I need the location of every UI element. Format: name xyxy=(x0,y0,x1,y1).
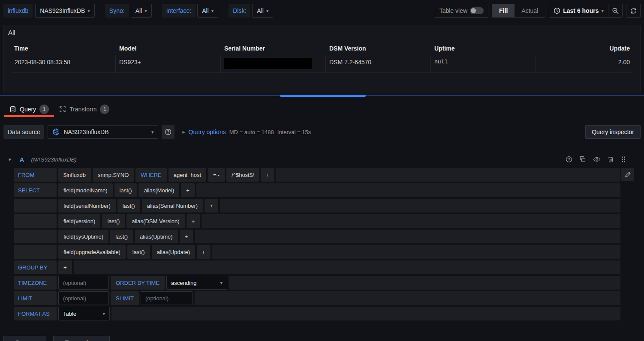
add-condition-button[interactable]: + xyxy=(261,168,275,182)
time-range-picker[interactable]: Last 6 hours ▾ xyxy=(549,4,608,18)
zoom-out-button[interactable] xyxy=(608,4,623,18)
tab-query-label: Query xyxy=(20,106,36,113)
add-part-button[interactable]: + xyxy=(180,230,193,243)
limit-input[interactable] xyxy=(58,291,109,305)
column-header-dsm-version[interactable]: DSM Version xyxy=(326,42,431,55)
query-header: ▾ A (NAS923InfluxDB) xyxy=(3,153,641,166)
panel-title: All xyxy=(4,25,640,36)
actual-option[interactable]: Actual xyxy=(515,4,545,17)
add-part-button[interactable]: + xyxy=(205,199,218,212)
aggregation-segment[interactable]: last() xyxy=(114,183,137,197)
field-segment[interactable]: field(version) xyxy=(58,214,100,228)
select-spacer xyxy=(14,245,57,259)
select-row: field(sysUptime) last() alias(Uptime) + xyxy=(14,230,620,243)
variable-interface: Interface: All ▾ xyxy=(162,4,218,18)
query-help-icon[interactable] xyxy=(566,156,572,163)
add-part-button[interactable]: + xyxy=(187,214,200,228)
tab-transform[interactable]: Transform 1 xyxy=(54,99,114,119)
alias-segment[interactable]: alias(DSM Version) xyxy=(126,214,184,228)
alias-segment[interactable]: alias(Update) xyxy=(152,245,195,259)
timezone-keyword[interactable]: TIMEZONE xyxy=(14,276,57,290)
group-by-keyword[interactable]: GROUP BY xyxy=(14,260,57,274)
order-by-time-keyword[interactable]: ORDER BY TIME xyxy=(111,276,165,290)
select-row: field(serialNumber) last() alias(Serial … xyxy=(14,199,620,212)
add-part-button[interactable]: + xyxy=(197,245,211,259)
aggregation-segment[interactable]: last() xyxy=(110,230,133,243)
field-segment[interactable]: field(sysUptime) xyxy=(58,230,108,243)
format-as-select[interactable]: Table ▾ xyxy=(58,307,110,320)
retention-policy-segment[interactable]: $influxdb xyxy=(58,168,91,182)
clock-icon xyxy=(554,7,560,14)
where-tag-segment[interactable]: agent_host xyxy=(169,168,206,182)
query-inspector-button[interactable]: Query inspector xyxy=(585,125,641,139)
variable-syno-dropdown[interactable]: All ▾ xyxy=(131,4,152,18)
fill-actual-segmented-control: Fill Actual xyxy=(492,4,545,18)
results-table: Time Model Serial Number DSM Version Upt… xyxy=(11,42,633,73)
column-header-serial[interactable]: Serial Number xyxy=(221,42,326,55)
refresh-button[interactable] xyxy=(626,4,641,18)
field-segment[interactable]: field(upgradeAvailable) xyxy=(58,245,126,259)
where-value-segment[interactable]: /^$host$/ xyxy=(226,168,259,182)
fill-option[interactable]: Fill xyxy=(492,4,515,17)
cell-time: 2023-08-30 08:33:58 xyxy=(11,55,116,72)
dashboard-name-dropdown[interactable]: NAS923InfluxDB ▾ xyxy=(35,4,95,18)
variable-disk-dropdown[interactable]: All ▾ xyxy=(252,4,273,18)
where-operator-segment[interactable]: =~ xyxy=(208,168,225,182)
alias-segment[interactable]: alias(Serial Number) xyxy=(142,199,203,212)
add-group-by-button[interactable]: + xyxy=(58,260,72,274)
from-keyword[interactable]: FROM xyxy=(14,168,57,182)
variable-interface-dropdown[interactable]: All ▾ xyxy=(197,4,218,18)
drag-handle-icon[interactable] xyxy=(621,156,626,163)
table-view-toggle[interactable] xyxy=(470,7,484,14)
dashboard-topbar: influxdb NAS923InfluxDB ▾ Syno: All ▾ In… xyxy=(0,0,644,21)
column-header-time[interactable]: Time xyxy=(11,42,116,55)
app-chip-influxdb[interactable]: influxdb xyxy=(3,4,33,18)
aggregation-segment[interactable]: last() xyxy=(127,245,150,259)
column-header-uptime[interactable]: Uptime xyxy=(431,42,536,55)
where-keyword[interactable]: WHERE xyxy=(135,168,166,182)
field-segment[interactable]: field(modelName) xyxy=(58,183,113,197)
select-keyword[interactable]: SELECT xyxy=(14,183,57,197)
query-ref-id[interactable]: A xyxy=(20,156,24,163)
datasource-help-button[interactable] xyxy=(162,125,175,139)
chevron-down-icon: ▾ xyxy=(151,130,154,135)
add-part-button[interactable]: + xyxy=(181,183,195,197)
chevron-down-icon: ▾ xyxy=(211,9,214,13)
measurement-segment[interactable]: snmp.SYNO xyxy=(93,168,134,182)
datasource-picker[interactable]: NAS923InfluxDB ▾ xyxy=(48,125,158,139)
column-header-model[interactable]: Model xyxy=(116,42,221,55)
add-expression-button[interactable]: + Expression xyxy=(53,336,110,341)
variable-disk: Disk: All ▾ xyxy=(229,4,273,18)
duplicate-query-icon[interactable] xyxy=(579,156,586,163)
alias-segment[interactable]: alias(Uptime) xyxy=(135,230,178,243)
limit-keyword[interactable]: LIMIT xyxy=(14,291,57,305)
field-segment[interactable]: field(serialNumber) xyxy=(58,199,116,212)
dashboard-name: NAS923InfluxDB xyxy=(40,7,85,14)
collapse-query-icon[interactable]: ▾ xyxy=(7,157,13,162)
slimit-input[interactable] xyxy=(141,291,193,305)
slimit-keyword[interactable]: SLIMIT xyxy=(111,291,139,305)
query-options-link[interactable]: Query options xyxy=(189,129,226,135)
alias-segment[interactable]: alias(Model) xyxy=(138,183,179,197)
resize-handle[interactable] xyxy=(280,95,366,97)
time-controls: Last 6 hours ▾ xyxy=(549,4,623,18)
aggregation-segment[interactable]: last() xyxy=(102,214,125,228)
order-by-time-select[interactable]: ascending ▾ xyxy=(166,276,227,290)
chevron-down-icon: ▾ xyxy=(220,281,223,285)
column-header-update[interactable]: Update xyxy=(536,42,633,55)
group-by-row: GROUP BY + xyxy=(14,260,620,274)
transform-icon xyxy=(59,106,66,113)
table-panel: All Time Model Serial Number DSM Version… xyxy=(3,25,641,93)
table-view-label: Table view xyxy=(439,7,467,14)
aggregation-segment[interactable]: last() xyxy=(117,199,140,212)
timezone-input[interactable] xyxy=(58,276,109,290)
toggle-text-edit-button[interactable] xyxy=(621,168,634,181)
delete-query-trash-icon[interactable] xyxy=(608,156,614,163)
disable-query-eye-icon[interactable] xyxy=(593,156,601,163)
format-as-keyword[interactable]: FORMAT AS xyxy=(14,307,57,320)
datasource-row: Data source NAS923InfluxDB ▾ ▸ Query opt… xyxy=(3,123,641,141)
chevron-right-icon[interactable]: ▸ xyxy=(182,129,185,135)
row-filler xyxy=(202,214,620,228)
tab-query[interactable]: Query 1 xyxy=(4,99,54,119)
add-query-button[interactable]: + Query xyxy=(3,336,46,341)
